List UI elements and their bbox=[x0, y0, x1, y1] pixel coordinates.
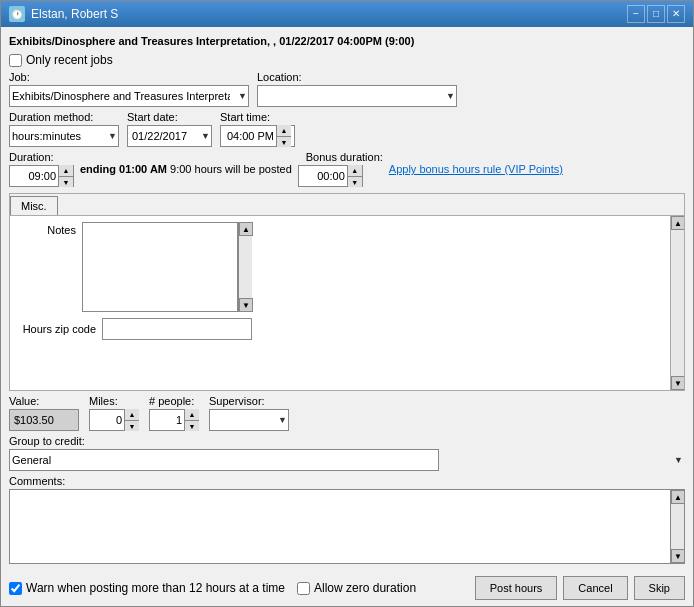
allow-zero-checkbox[interactable] bbox=[297, 582, 310, 595]
comments-textarea[interactable] bbox=[10, 490, 670, 563]
duration-method-group: Duration method: hours:minutes decimal h… bbox=[9, 111, 119, 147]
notes-scroll-down-button[interactable]: ▼ bbox=[239, 298, 253, 312]
duration-down-button[interactable]: ▼ bbox=[59, 176, 73, 187]
people-up-button[interactable]: ▲ bbox=[185, 409, 199, 420]
app-icon: 🕐 bbox=[9, 6, 25, 22]
comments-label: Comments: bbox=[9, 475, 685, 487]
hours-zip-label: Hours zip code bbox=[16, 323, 96, 335]
bonus-duration-spinbox-buttons: ▲ ▼ bbox=[347, 165, 362, 187]
miles-up-button[interactable]: ▲ bbox=[125, 409, 139, 420]
supervisor-group: Supervisor: ▼ bbox=[209, 395, 289, 431]
comments-area-wrapper: ▲ ▼ bbox=[9, 489, 685, 564]
bonus-duration-group: Bonus duration: ▲ ▼ bbox=[298, 151, 383, 187]
window-title: Elstan, Robert S bbox=[31, 7, 118, 21]
start-time-spinbox: ▲ ▼ bbox=[220, 125, 295, 147]
misc-inner: Notes ▲ ▼ H bbox=[10, 216, 684, 390]
minimize-button[interactable]: − bbox=[627, 5, 645, 23]
miles-label: Miles: bbox=[89, 395, 139, 407]
group-select-wrapper: General ▼ bbox=[9, 449, 685, 471]
value-input[interactable] bbox=[9, 409, 79, 431]
miles-group: Miles: ▲ ▼ bbox=[89, 395, 139, 431]
group-label: Group to credit: bbox=[9, 435, 685, 447]
misc-tab-content: Notes ▲ ▼ H bbox=[10, 216, 684, 390]
duration-up-button[interactable]: ▲ bbox=[59, 165, 73, 176]
notes-scrollbar: ▲ ▼ bbox=[238, 222, 252, 312]
duration-input[interactable] bbox=[10, 166, 58, 186]
bonus-duration-label: Bonus duration: bbox=[306, 151, 383, 163]
footer-right: Post hours Cancel Skip bbox=[475, 576, 685, 600]
job-label: Job: bbox=[9, 71, 249, 83]
ending-time-bold: ending 01:00 AM bbox=[80, 163, 167, 175]
people-down-button[interactable]: ▼ bbox=[185, 420, 199, 431]
tab-panel: Misc. Notes ▲ bbox=[9, 193, 685, 391]
comments-group: Comments: ▲ ▼ bbox=[9, 475, 685, 564]
job-select[interactable]: Exhibits/Dinosphere and Treasures Interp… bbox=[9, 85, 249, 107]
content-area: Exhibits/Dinosphere and Treasures Interp… bbox=[1, 27, 693, 570]
start-time-down-button[interactable]: ▼ bbox=[277, 136, 291, 147]
duration-bonus-row: Duration: ▲ ▼ ending 01:00 AM 9:00 hours… bbox=[9, 151, 685, 187]
cancel-button[interactable]: Cancel bbox=[563, 576, 627, 600]
supervisor-select[interactable] bbox=[209, 409, 289, 431]
miles-spinbox: ▲ ▼ bbox=[89, 409, 139, 431]
location-select[interactable] bbox=[257, 85, 457, 107]
hours-zip-input[interactable] bbox=[102, 318, 252, 340]
notes-label: Notes bbox=[16, 222, 76, 236]
miles-input[interactable] bbox=[90, 410, 124, 430]
notes-textarea[interactable] bbox=[82, 222, 238, 312]
ending-time-text: ending 01:00 AM 9:00 hours will be poste… bbox=[80, 163, 292, 175]
group-field-group: Group to credit: General ▼ bbox=[9, 435, 685, 471]
main-window: 🕐 Elstan, Robert S − □ ✕ Exhibits/Dinosp… bbox=[0, 0, 694, 607]
location-label: Location: bbox=[257, 71, 457, 83]
people-spinbox: ▲ ▼ bbox=[149, 409, 199, 431]
only-recent-jobs-checkbox[interactable] bbox=[9, 54, 22, 67]
notes-scroll-up-button[interactable]: ▲ bbox=[239, 222, 253, 236]
people-group: # people: ▲ ▼ bbox=[149, 395, 199, 431]
footer: Warn when posting more than 12 hours at … bbox=[1, 570, 693, 606]
tab-scroll-down-button[interactable]: ▼ bbox=[671, 376, 684, 390]
start-date-wrapper: ▼ bbox=[127, 125, 212, 147]
value-group: Value: bbox=[9, 395, 79, 431]
comments-scroll-down-button[interactable]: ▼ bbox=[671, 549, 685, 563]
supervisor-label: Supervisor: bbox=[209, 395, 289, 407]
hours-posted-text: 9:00 hours will be posted bbox=[170, 163, 292, 175]
comments-scroll-up-button[interactable]: ▲ bbox=[671, 490, 685, 504]
location-select-wrapper: ▼ bbox=[257, 85, 457, 107]
tab-scroll-up-button[interactable]: ▲ bbox=[671, 216, 684, 230]
duration-method-label: Duration method: bbox=[9, 111, 119, 123]
misc-fields: Notes ▲ ▼ H bbox=[10, 216, 670, 390]
footer-left: Warn when posting more than 12 hours at … bbox=[9, 581, 416, 595]
bonus-up-button[interactable]: ▲ bbox=[348, 165, 362, 176]
location-field-group: Location: ▼ bbox=[257, 71, 457, 107]
apply-bonus-link[interactable]: Apply bonus hours rule (VIP Points) bbox=[389, 163, 563, 175]
post-hours-button[interactable]: Post hours bbox=[475, 576, 558, 600]
warn-checkbox[interactable] bbox=[9, 582, 22, 595]
people-input[interactable] bbox=[150, 410, 184, 430]
miles-down-button[interactable]: ▼ bbox=[125, 420, 139, 431]
start-date-group: Start date: ▼ bbox=[127, 111, 212, 147]
job-location-row: Job: Exhibits/Dinosphere and Treasures I… bbox=[9, 71, 685, 107]
form-subtitle: Exhibits/Dinosphere and Treasures Interp… bbox=[9, 33, 685, 49]
tab-misc[interactable]: Misc. bbox=[10, 196, 58, 215]
duration-label: Duration: bbox=[9, 151, 74, 163]
bonus-duration-input[interactable] bbox=[299, 166, 347, 186]
tab-scrollbar: ▲ ▼ bbox=[670, 216, 684, 390]
skip-button[interactable]: Skip bbox=[634, 576, 685, 600]
maximize-button[interactable]: □ bbox=[647, 5, 665, 23]
people-label: # people: bbox=[149, 395, 199, 407]
close-button[interactable]: ✕ bbox=[667, 5, 685, 23]
duration-method-select[interactable]: hours:minutes decimal hours bbox=[9, 125, 119, 147]
start-time-spinbox-buttons: ▲ ▼ bbox=[276, 125, 291, 147]
start-date-input[interactable] bbox=[127, 125, 212, 147]
comments-scrollbar: ▲ ▼ bbox=[670, 490, 684, 563]
start-time-input[interactable] bbox=[221, 126, 276, 146]
duration-group: Duration: ▲ ▼ bbox=[9, 151, 74, 187]
warn-label: Warn when posting more than 12 hours at … bbox=[26, 581, 285, 595]
title-bar: 🕐 Elstan, Robert S − □ ✕ bbox=[1, 1, 693, 27]
start-time-up-button[interactable]: ▲ bbox=[277, 125, 291, 136]
comments-scroll-track bbox=[671, 504, 684, 549]
duration-date-time-row: Duration method: hours:minutes decimal h… bbox=[9, 111, 685, 147]
bonus-down-button[interactable]: ▼ bbox=[348, 176, 362, 187]
group-select[interactable]: General bbox=[9, 449, 439, 471]
warn-checkbox-row: Warn when posting more than 12 hours at … bbox=[9, 581, 285, 595]
start-time-group: Start time: ▲ ▼ bbox=[220, 111, 295, 147]
